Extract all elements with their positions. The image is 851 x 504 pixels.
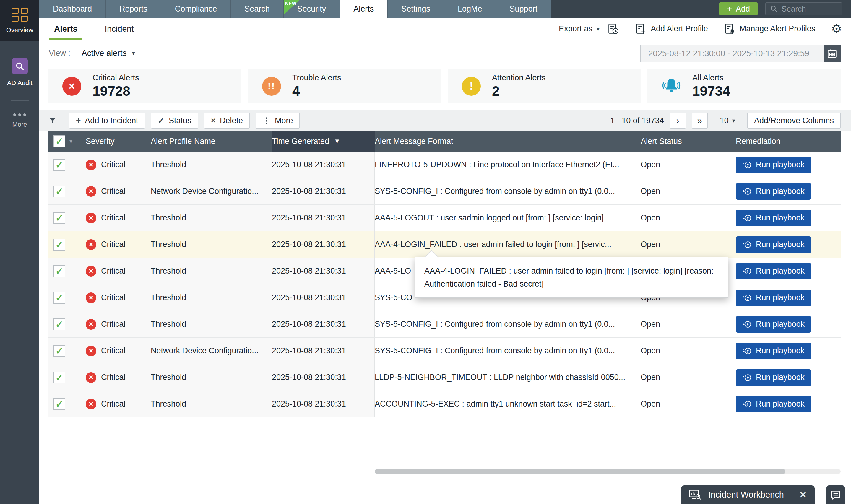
run-playbook-label: Run playbook: [756, 240, 804, 249]
nav-tab-security[interactable]: NEW Security: [284, 0, 340, 18]
severity-cell: × Critical: [86, 285, 151, 311]
date-range-input[interactable]: [640, 45, 823, 62]
run-playbook-button[interactable]: Run playbook: [736, 369, 811, 386]
tab-alerts[interactable]: Alerts: [54, 18, 77, 40]
table-row[interactable]: ✓ × Critical Network Device Configuratio…: [48, 178, 841, 205]
row-checkbox[interactable]: ✓: [53, 265, 65, 277]
nav-tab-dashboard[interactable]: Dashboard: [39, 0, 106, 18]
delete-button[interactable]: × Delete: [204, 112, 250, 128]
next-page-button[interactable]: ›: [670, 112, 686, 128]
add-button[interactable]: + Add: [719, 2, 758, 15]
column-header-severity[interactable]: Severity: [86, 131, 151, 151]
horizontal-scrollbar-track[interactable]: [375, 469, 841, 474]
view-dropdown[interactable]: Active alerts ▾: [82, 49, 135, 58]
incident-workbench-bar[interactable]: Incident Workbench ✕: [681, 485, 815, 504]
severity-label: Critical: [101, 240, 126, 249]
nav-tab-logme[interactable]: LogMe: [444, 0, 496, 18]
alert-message-cell[interactable]: AAA-4-LOGIN_FAILED : user admin failed t…: [375, 231, 640, 258]
close-icon[interactable]: ✕: [799, 490, 807, 500]
row-checkbox[interactable]: ✓: [53, 319, 65, 330]
gear-icon[interactable]: ⚙: [831, 23, 842, 35]
separator: [713, 115, 714, 126]
column-header-alert-status[interactable]: Alert Status: [640, 131, 736, 151]
severity-cell: × Critical: [86, 364, 151, 391]
run-playbook-button[interactable]: Run playbook: [736, 263, 811, 280]
nav-tab-settings[interactable]: Settings: [388, 0, 444, 18]
row-checkbox[interactable]: ✓: [53, 185, 65, 197]
nav-tab-support[interactable]: Support: [496, 0, 551, 18]
run-playbook-button[interactable]: Run playbook: [736, 396, 811, 412]
calendar-button[interactable]: [823, 45, 841, 62]
row-checkbox[interactable]: ✓: [53, 239, 65, 251]
tab-incident[interactable]: Incident: [105, 18, 133, 40]
sidebar-item-more[interactable]: More: [0, 113, 39, 128]
filter-funnel-icon[interactable]: [48, 116, 57, 125]
search-input[interactable]: [782, 4, 838, 14]
column-header-remediation[interactable]: Remediation: [736, 131, 841, 151]
alert-message-cell[interactable]: SYS-5-CONFIG_I : Configured from console…: [375, 338, 640, 364]
run-playbook-button[interactable]: Run playbook: [736, 343, 811, 359]
table-row[interactable]: ✓ × Critical Threshold 2025-10-08 21:30:…: [48, 364, 841, 391]
run-playbook-button[interactable]: Run playbook: [736, 289, 811, 306]
checkbox-dropdown-icon[interactable]: ▾: [69, 138, 72, 145]
alert-status-cell: Open: [640, 205, 736, 231]
check-icon: ✓: [158, 116, 165, 126]
global-search-box[interactable]: [765, 2, 842, 15]
card-critical-alerts[interactable]: × Critical Alerts 19728: [48, 69, 241, 103]
table-row[interactable]: ✓ × Critical Network Device Configuratio…: [48, 338, 841, 364]
column-header-time-generated[interactable]: Time Generated ▼: [272, 131, 375, 151]
row-checkbox[interactable]: ✓: [53, 292, 65, 304]
row-checkbox[interactable]: ✓: [53, 159, 65, 171]
more-button[interactable]: ⋮ More: [256, 112, 300, 128]
card-trouble-alerts[interactable]: !! Trouble Alerts 4: [248, 69, 441, 103]
row-checkbox[interactable]: ✓: [53, 345, 65, 357]
table-row[interactable]: ✓ × Critical Threshold 2025-10-08 21:30:…: [48, 311, 841, 338]
table-row[interactable]: ✓ × Critical Threshold 2025-10-08 21:30:…: [48, 205, 841, 231]
last-page-button[interactable]: »: [692, 112, 708, 128]
row-checkbox[interactable]: ✓: [53, 372, 65, 383]
run-playbook-button[interactable]: Run playbook: [736, 183, 811, 200]
add-remove-columns-button[interactable]: Add/Remove Columns: [747, 112, 841, 128]
add-alert-profile-button[interactable]: Add Alert Profile: [635, 23, 708, 35]
alert-message-cell[interactable]: LLDP-5-NEIGHBOR_TIMEOUT : LLDP neighbor …: [375, 364, 640, 391]
row-checkbox-cell: ✓: [48, 178, 86, 204]
nav-tab-compliance[interactable]: Compliance: [161, 0, 231, 18]
column-header-alert-profile-name[interactable]: Alert Profile Name: [151, 131, 272, 151]
run-playbook-button[interactable]: Run playbook: [736, 316, 811, 332]
sidebar-item-overview[interactable]: Overview: [0, 0, 39, 41]
alert-message-cell[interactable]: ACCOUNTING-5-EXEC : admin tty1 unknown s…: [375, 391, 640, 417]
sidebar-item-ad-audit[interactable]: AD Audit: [0, 58, 39, 87]
nav-tab-reports[interactable]: Reports: [106, 0, 161, 18]
alert-message-cell[interactable]: AAA-5-LOGOUT : user sadmin logged out [f…: [375, 205, 640, 231]
alert-message: ACCOUNTING-5-EXEC : admin tty1 unknown s…: [375, 399, 616, 409]
export-as-dropdown[interactable]: Export as▾: [559, 24, 600, 33]
column-header-alert-message-format[interactable]: Alert Message Format: [375, 131, 640, 151]
select-all-checkbox[interactable]: ✓: [53, 135, 65, 147]
row-checkbox[interactable]: ✓: [53, 398, 65, 410]
critical-severity-icon: ×: [86, 213, 96, 223]
alert-message-cell[interactable]: SYS-5-CONFIG_I : Configured from console…: [375, 178, 640, 204]
table-row[interactable]: ✓ × Critical Threshold 2025-10-08 21:30:…: [48, 151, 841, 178]
status-button[interactable]: ✓ Status: [151, 112, 198, 128]
run-playbook-button[interactable]: Run playbook: [736, 236, 811, 253]
manage-alert-profiles-button[interactable]: Manage Alert Profiles: [724, 23, 816, 35]
page-size-dropdown[interactable]: 10 ▾: [720, 116, 735, 125]
table-row[interactable]: ✓ × Critical Threshold 2025-10-08 21:30:…: [48, 391, 841, 417]
alert-message: SYS-5-CO: [375, 293, 413, 302]
time-generated: 2025-10-08 21:30:31: [272, 187, 346, 196]
horizontal-scrollbar-thumb[interactable]: [375, 469, 785, 474]
time-generated: 2025-10-08 21:30:31: [272, 240, 346, 249]
alert-message-cell[interactable]: LINEPROTO-5-UPDOWN : Line protocol on In…: [375, 151, 640, 178]
alert-message-cell[interactable]: SYS-5-CONFIG_I : Configured from console…: [375, 311, 640, 337]
card-attention-alerts[interactable]: ! Attention Alerts 2: [448, 69, 641, 103]
row-checkbox[interactable]: ✓: [53, 212, 65, 224]
table-row[interactable]: ✓ × Critical Threshold 2025-10-08 21:30:…: [48, 231, 841, 258]
add-to-incident-button[interactable]: + Add to Incident: [69, 112, 145, 128]
chat-button[interactable]: [827, 485, 845, 504]
run-playbook-button[interactable]: Run playbook: [736, 157, 811, 173]
nav-tab-alerts[interactable]: Alerts: [340, 0, 388, 18]
run-playbook-button[interactable]: Run playbook: [736, 210, 811, 226]
nav-tab-search[interactable]: Search: [231, 0, 284, 18]
card-all-alerts[interactable]: All Alerts 19734: [647, 69, 841, 103]
schedule-report-icon[interactable]: [607, 23, 619, 35]
